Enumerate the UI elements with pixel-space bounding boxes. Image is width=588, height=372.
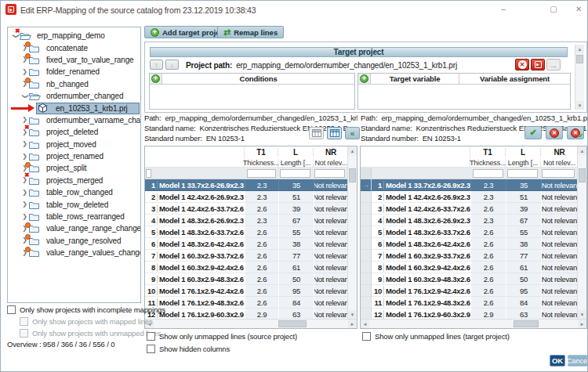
tree-item[interactable]: ❯value_range_resolved	[8, 235, 140, 247]
checkbox-icon[interactable]	[147, 332, 155, 341]
tree-item[interactable]: ❯table_row_deleted	[8, 198, 140, 210]
chevron-right-icon[interactable]: ❯	[20, 141, 29, 147]
tree-item[interactable]: ❯✖erp_mapping_demo	[8, 30, 140, 42]
nr-column-header[interactable]: NR	[314, 148, 349, 157]
filter-input[interactable]	[542, 169, 575, 178]
chevron-right-icon[interactable]: ❯	[20, 69, 29, 75]
vertical-scrollbar[interactable]: ▲ ▼	[577, 146, 586, 319]
incomplete-mappings-checkbox[interactable]: Only show projects with incomplete mappi…	[7, 305, 165, 314]
filter-input[interactable]	[507, 169, 538, 178]
scrollbar-thumb[interactable]	[349, 168, 356, 182]
tree-item[interactable]: ❯nb_changed	[8, 78, 140, 90]
show-unmapped-target-checkbox[interactable]: Show only unmapped lines (target project…	[362, 332, 510, 341]
tree-item[interactable]: ❯ordernumber_changed	[8, 90, 140, 102]
table-row[interactable]: 1Model 1 33.7x2.6-26.9x2.32.335Not relev…	[145, 179, 347, 191]
l-column-header[interactable]: L	[278, 148, 314, 157]
table-row[interactable]: 4Model 1 48.3x2.6-26.9x2.32.367Not relev…	[361, 215, 577, 226]
scrollbar-thumb[interactable]	[514, 320, 539, 327]
checkbox-icon[interactable]	[7, 305, 16, 314]
scrollbar-thumb[interactable]	[576, 55, 583, 63]
t1-column-header[interactable]: T1	[245, 148, 278, 157]
table-row[interactable]: 10Model 1 76.1x2.9-42.4x2.62.695Not rele…	[145, 285, 347, 297]
scroll-right-icon[interactable]: ►	[578, 320, 586, 328]
table-row[interactable]: 7Model 1 60.3x2.9-33.7x2.62.677Not relev…	[361, 250, 577, 262]
scrollbar-thumb[interactable]	[579, 168, 586, 182]
scroll-left-icon[interactable]: ◄	[361, 320, 369, 328]
target-projects-scrollbar[interactable]: ▲ ▼	[575, 45, 584, 110]
horizontal-scrollbar[interactable]: ◄ ►	[145, 319, 357, 328]
filter-input[interactable]	[247, 169, 276, 178]
project-tree[interactable]: ❯✖erp_mapping_demo❯concatenate❯fixed_var…	[7, 27, 141, 303]
table-row[interactable]: 6Model 1 48.3x2.6-42.4x2.62.638Not relev…	[361, 238, 577, 250]
chevron-right-icon[interactable]: ❯	[20, 190, 29, 196]
tree-item[interactable]: ❯✖project_deleted	[8, 126, 140, 138]
cancel-button[interactable]: Cancel	[568, 355, 588, 367]
filter-input[interactable]	[146, 169, 151, 178]
table-row[interactable]: 2Model 1 42.4x2.6-26.9x2.32.351Not relev…	[361, 191, 577, 203]
tree-item[interactable]: ❯concatenate	[8, 42, 140, 53]
move-up-button[interactable]: ↑	[150, 60, 163, 70]
vertical-scrollbar[interactable]: ▲ ▼	[347, 146, 357, 319]
chevron-down-icon[interactable]: ❯	[22, 92, 28, 100]
table-row[interactable]: 8Model 1 60.3x2.9-42.4x2.62.661Not relev…	[361, 262, 577, 273]
accept-mapping-button[interactable]: ✔	[524, 126, 542, 139]
tree-item[interactable]: ❯fixed_var_to_value_range	[8, 54, 140, 66]
tree-item[interactable]: ❯table_row_changed	[8, 186, 140, 198]
tree-item[interactable]: en_10253_1_krb1.prj	[8, 102, 140, 114]
table-view-active-button[interactable]	[327, 127, 342, 139]
close-button[interactable]: ✕	[570, 3, 587, 16]
table-row[interactable]: 4Model 1 48.3x2.6-26.9x2.32.367Not relev…	[145, 215, 347, 226]
checkbox-icon[interactable]	[147, 345, 155, 353]
remap-lines-button[interactable]: ⇄ Remap lines	[217, 26, 284, 38]
add-variable-button[interactable]: +	[358, 74, 371, 84]
scroll-up-icon[interactable]: ▲	[575, 45, 584, 53]
table-row[interactable]: 6Model 1 48.3x2.6-42.4x2.62.638Not relev…	[145, 238, 347, 250]
scroll-down-icon[interactable]: ▼	[578, 310, 586, 319]
table-row[interactable]: 11Model 1 76.1x2.9-48.3x2.62.684Not rele…	[361, 297, 577, 309]
selected-tree-item[interactable]: en_10253_1_krb1.prj	[36, 103, 140, 114]
table-row[interactable]: 11Model 1 76.1x2.9-48.3x2.62.684Not rele…	[145, 297, 347, 309]
move-down-button[interactable]: ↓	[165, 60, 179, 70]
table-row[interactable]: 7Model 1 60.3x2.9-33.7x2.62.677Not relev…	[145, 250, 347, 262]
show-unmapped-source-checkbox[interactable]: Show only unmapped lines (source project…	[147, 332, 297, 341]
scroll-down-icon[interactable]: ▼	[348, 310, 357, 319]
table-row[interactable]: 9Model 1 60.3x2.9-48.3x2.62.650Not relev…	[145, 273, 347, 285]
maximize-button[interactable]: ▢	[545, 3, 562, 16]
ok-button[interactable]: OK	[550, 355, 565, 367]
table-row[interactable]: 2Model 1 42.4x2.6-26.9x2.32.351Not relev…	[145, 191, 347, 203]
minimize-button[interactable]: –	[495, 3, 512, 16]
table-row[interactable]: 3Model 1 42.4x2.6-33.7x2.62.639Not relev…	[361, 203, 577, 215]
apply-left-button[interactable]: «	[345, 127, 360, 139]
checkbox-icon[interactable]	[362, 332, 371, 341]
filter-input[interactable]	[473, 169, 503, 178]
delete-target-project-button[interactable]: ✕	[515, 59, 529, 70]
tree-item[interactable]: ❯value_range_values_changed	[8, 247, 140, 258]
filter-input[interactable]	[314, 169, 345, 178]
open-project-button[interactable]: ▶	[531, 59, 545, 70]
horizontal-scrollbar[interactable]: ◄ ►	[361, 319, 586, 328]
chevron-right-icon[interactable]: ❯	[20, 153, 29, 160]
scroll-up-icon[interactable]: ▲	[578, 146, 586, 155]
tree-item[interactable]: ❯✖projects_merged	[8, 175, 140, 186]
table-row[interactable]: 5Model 1 48.3x2.6-33.7x2.62.655Not relev…	[361, 226, 577, 238]
reject-mapping-button[interactable]: ✕	[546, 126, 563, 139]
reject-accept-button[interactable]: ✕✔	[567, 126, 584, 139]
chevron-right-icon[interactable]: ❯	[20, 201, 29, 208]
table-row[interactable]: 12Model 1 76.1x2.9-60.3x2.92.963Not rele…	[145, 309, 347, 319]
tree-item[interactable]: ❯project_renamed	[8, 150, 140, 162]
t1-column-header[interactable]: T1	[470, 148, 506, 157]
chevron-right-icon[interactable]: ❯	[20, 117, 29, 123]
scroll-down-icon[interactable]: ▼	[575, 101, 584, 110]
show-hidden-columns-checkbox[interactable]: Show hidden columns	[147, 345, 230, 353]
tree-item[interactable]: ❯folder_renamed	[8, 66, 140, 78]
table-row[interactable]: 8Model 1 60.3x2.9-42.4x2.62.661Not relev…	[145, 262, 347, 273]
table-row[interactable]: 9Model 1 60.3x2.9-48.3x2.62.650Not relev…	[361, 273, 577, 285]
filter-input[interactable]	[280, 169, 310, 178]
tree-item[interactable]: ❯value_range_range_changed	[8, 222, 140, 234]
nr-column-header[interactable]: NR	[541, 148, 579, 157]
tree-item[interactable]: ❯table_rows_rearranged	[8, 211, 140, 222]
scrollbar-thumb[interactable]	[278, 320, 307, 327]
scroll-right-icon[interactable]: ►	[348, 320, 357, 328]
add-condition-button[interactable]: +	[150, 74, 162, 84]
chevron-right-icon[interactable]: ❯	[20, 214, 29, 220]
